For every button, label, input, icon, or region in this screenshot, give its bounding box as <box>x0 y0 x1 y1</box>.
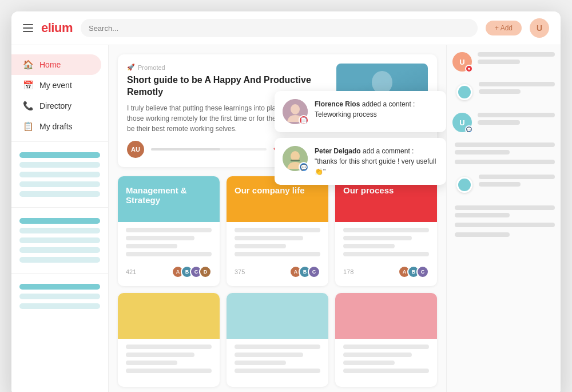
progress-fill <box>151 148 220 151</box>
activity-line <box>478 120 520 125</box>
notif-action-text-2: add a comment : <box>363 147 414 155</box>
card-header-mgmt: Management & Strategy <box>118 176 220 222</box>
notif-person-1: Florence Rios <box>315 100 360 108</box>
sidebar-block <box>19 237 100 243</box>
activity-line <box>455 142 555 147</box>
svg-point-0 <box>372 71 392 94</box>
timeline-dot-2 <box>452 175 555 195</box>
notif-text-2: Peter Delgado add a comment : "thanks fo… <box>315 146 438 177</box>
calendar-icon: 📅 <box>23 80 34 90</box>
sidebar-block <box>19 191 100 197</box>
add-button[interactable]: + Add <box>486 21 522 35</box>
activity-lines-3 <box>455 142 555 164</box>
card-line <box>343 345 429 349</box>
card-company-life[interactable]: Our company life 375 A <box>227 176 328 286</box>
activity-item-4 <box>452 205 555 237</box>
notif-avatar-wrap-2: 💬 <box>283 146 308 171</box>
sidebar-item-my-event[interactable]: 📅 My event <box>11 75 101 96</box>
activity-line <box>479 182 521 187</box>
card-mgmt[interactable]: Management & Strategy 421 A <box>118 176 220 286</box>
rocket-icon: 🚀 <box>127 64 135 71</box>
card-body-mgmt: 421 A B C D <box>118 222 220 286</box>
card-lines <box>343 228 429 256</box>
sidebar-block <box>19 181 100 187</box>
activity-line <box>479 89 521 94</box>
card-6[interactable] <box>335 293 437 387</box>
activity-item-2: U 💬 <box>452 113 555 132</box>
nav-myevent-label: My event <box>39 81 72 90</box>
sidebar-item-my-drafts[interactable]: 📋 My drafts <box>11 116 101 137</box>
sidebar-item-home[interactable]: 🏠 Home <box>11 54 101 75</box>
card-header-6 <box>335 293 437 339</box>
nav-drafts-label: My drafts <box>39 122 73 131</box>
card-line <box>126 369 212 373</box>
card-avatars: A B C D <box>172 266 212 278</box>
card-avatar: C <box>416 266 429 278</box>
activity-line <box>479 175 555 179</box>
activity-line <box>478 52 555 57</box>
nav-home-label: Home <box>39 60 61 69</box>
card-line <box>343 244 395 248</box>
card-body-4 <box>118 339 220 387</box>
sidebar-divider-1 <box>11 141 108 142</box>
sidebar-block <box>19 218 100 224</box>
timeline-dot <box>456 84 472 100</box>
home-icon: 🏠 <box>23 60 34 70</box>
drafts-icon: 📋 <box>23 121 34 132</box>
activity-line <box>455 223 555 227</box>
logo: elium <box>41 21 73 35</box>
sidebar-item-directory[interactable]: 📞 Directory <box>11 96 101 116</box>
activity-badge-comment: 💬 <box>465 125 473 133</box>
card-4[interactable] <box>118 293 220 387</box>
hamburger-icon[interactable] <box>23 24 33 32</box>
card-count: 178 <box>343 268 353 275</box>
card-title-process: Our process <box>343 185 394 195</box>
search-input[interactable] <box>81 19 478 37</box>
timeline-dot-1 <box>455 82 555 102</box>
card-line <box>343 361 395 365</box>
comment-badge: 💬 <box>299 162 309 172</box>
activity-line <box>478 113 555 117</box>
card-line <box>235 228 320 232</box>
nav-directory-label: Directory <box>39 101 72 110</box>
sidebar-blocks-2 <box>11 212 108 268</box>
sidebar-block <box>19 152 100 158</box>
card-line <box>343 252 429 256</box>
activity-lines-dot1 <box>479 82 555 102</box>
card-avatars: A B C <box>289 266 320 278</box>
activity-line <box>455 205 555 210</box>
main-layout: 🏠 Home 📅 My event 📞 Directory 📋 My draft… <box>11 45 561 392</box>
sidebar-blocks-3 <box>11 278 108 315</box>
sidebar-block <box>19 284 100 290</box>
card-line <box>126 244 177 248</box>
top-bar: elium + Add U <box>11 11 561 45</box>
activity-line <box>455 232 510 237</box>
sidebar-block <box>19 303 100 309</box>
content-area: 🚀 Promoted Short guide to be A Happy And… <box>109 45 446 392</box>
card-5[interactable] <box>227 293 328 387</box>
activity-line <box>455 150 510 155</box>
card-line <box>126 353 194 357</box>
card-footer: 375 A B C <box>235 262 320 278</box>
phone-icon: 📞 <box>23 101 34 111</box>
svg-rect-5 <box>291 160 300 161</box>
notification-1: 📄 Florence Rios added a content : Telewo… <box>275 91 446 132</box>
card-footer: 178 A B C <box>343 262 429 278</box>
notification-panel: 📄 Florence Rios added a content : Telewo… <box>275 91 446 185</box>
card-process[interactable]: Our process 178 A <box>335 176 437 286</box>
activity-item-1: U ♥ <box>452 52 555 72</box>
cards-grid: Management & Strategy 421 A <box>118 176 437 387</box>
promoted-label: Promoted <box>138 64 165 71</box>
card-line <box>235 353 303 357</box>
card-line <box>235 252 320 256</box>
activity-line <box>479 82 555 86</box>
card-lines <box>343 345 429 373</box>
card-line <box>235 236 303 240</box>
notification-2: 💬 Peter Delgado add a comment : "thanks … <box>275 138 446 185</box>
card-avatars: A B C <box>398 266 429 278</box>
card-header-4 <box>118 293 220 339</box>
activity-badge-heart: ♥ <box>465 65 473 73</box>
card-avatar: D <box>199 266 212 278</box>
card-line <box>126 345 212 349</box>
promoted-badge: 🚀 Promoted <box>127 64 327 71</box>
